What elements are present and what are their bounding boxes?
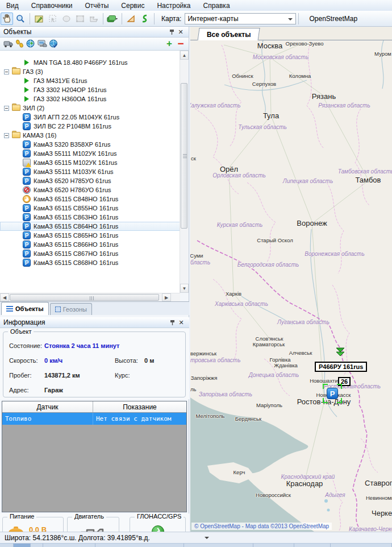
parking-marker[interactable]: P: [327, 388, 338, 399]
polygon-tool-icon[interactable]: [87, 13, 100, 25]
tree-item[interactable]: КамАЗ 65115 С867НО 161rus: [0, 249, 180, 258]
sensor-row[interactable]: Топливо Нет связи с датчиком: [2, 413, 186, 425]
city-label: Суми: [190, 252, 203, 259]
select-objects-icon[interactable]: [47, 13, 59, 25]
pin-icon[interactable]: [167, 28, 176, 36]
tree-item[interactable]: КамАЗ 65115 С866НО 161rus: [0, 240, 180, 249]
rectangle-tool-icon[interactable]: [74, 13, 86, 25]
region-label: Тамбовская область: [338, 168, 392, 175]
city-label: Харків: [226, 291, 241, 297]
globe-check-icon[interactable]: [48, 39, 59, 49]
sensor-column-header[interactable]: Датчик: [2, 401, 93, 412]
ruler-icon[interactable]: [125, 13, 137, 25]
p-icon: [23, 150, 31, 158]
layers-icon[interactable]: [106, 13, 119, 25]
city-label: Маріуполь: [256, 402, 282, 408]
map-tab-all-objects[interactable]: Все объекты: [197, 28, 260, 41]
city-label: Рязань: [312, 92, 336, 101]
play-icon: [23, 59, 31, 67]
tree-item-label: КамАЗ 65115 С864НО 161rus: [34, 223, 118, 230]
edit-map-icon[interactable]: [33, 13, 45, 25]
tree-item[interactable]: ЗИЛ (2): [0, 103, 180, 113]
map-source-select[interactable]: Интернет-карты: [185, 13, 296, 24]
tree-item[interactable]: КамАЗ 55111 М103УК 61rus: [0, 167, 180, 176]
tree-item[interactable]: КамАЗ 65115 М102УК 161rus: [0, 158, 180, 167]
scroll-down-icon[interactable]: ▼: [180, 284, 189, 293]
scroll-up-icon[interactable]: ▲: [180, 51, 189, 60]
tree-item-label: КамАЗ 65115 С863НО 161rus: [34, 214, 118, 221]
tree-item[interactable]: ЗИЛ АГП 22.05 М104УК 61rus: [0, 113, 180, 122]
tree-item[interactable]: ГАЗ М431УЕ 61rus: [0, 76, 180, 85]
collapse-icon[interactable]: [4, 69, 9, 74]
tree-item[interactable]: КамАЗ 6520 Н786УО 61rus: [0, 185, 180, 194]
tab-objects[interactable]: Объекты: [1, 302, 49, 315]
menu-item-Справка[interactable]: Справка: [197, 1, 236, 11]
tree-item[interactable]: КамАЗ 65115 С868НО 161rus: [0, 258, 180, 267]
remove-object-button[interactable]: −: [175, 39, 186, 49]
scroll-right-icon[interactable]: ▶: [162, 293, 171, 301]
add-object-button[interactable]: +: [164, 39, 175, 49]
collapse-icon[interactable]: [4, 106, 9, 111]
menu-item-Отчёты[interactable]: Отчёты: [78, 1, 115, 11]
scrollbar-thumb[interactable]: [10, 294, 159, 301]
p-icon: [23, 250, 31, 258]
tree-item[interactable]: КамАЗ 65115 С865НО 161rus: [0, 231, 180, 240]
vehicle-monitor-icon[interactable]: [36, 39, 48, 49]
region-label: Воронежская область: [305, 251, 364, 257]
state-label: Состояние:: [9, 342, 42, 349]
pin-icon[interactable]: [168, 318, 177, 326]
gps-label: ГЛОНАСС/GPS: [135, 513, 184, 520]
map-canvas[interactable]: МоскваОрехово-ЗуевоМуромМосковская облас…: [190, 40, 392, 532]
reading-column-header[interactable]: Показание: [93, 401, 186, 412]
tree-item[interactable]: КамАЗ 65115 С863НО 161rus: [0, 213, 180, 222]
menu-item-Вид[interactable]: Вид: [0, 1, 25, 11]
speed-value: 0 км/ч: [44, 357, 62, 364]
scrollbar-thumb[interactable]: [181, 83, 187, 229]
city-label: Запоріжжя: [191, 375, 218, 381]
tree-item[interactable]: ЗИЛ ВС 22 Р104ВМ 161rus: [0, 122, 180, 131]
tree-item[interactable]: КамАЗ 55111 М102УК 161rus: [0, 149, 180, 158]
tree-item[interactable]: КамАЗ 5320 В358ХР 61rus: [0, 140, 180, 149]
tree-item[interactable]: КАМАЗ (16): [0, 131, 180, 140]
zoom-icon[interactable]: [14, 13, 27, 25]
globe-add-icon[interactable]: [25, 39, 36, 49]
tree-item[interactable]: ГАЗ 3302 Н360ОА 161rus: [0, 94, 180, 103]
menu-item-Настройка[interactable]: Настройка: [151, 1, 197, 11]
route-icon[interactable]: [139, 13, 151, 25]
menu-item-Сервис[interactable]: Сервис: [115, 1, 151, 11]
chevron-down-icon[interactable]: [205, 537, 209, 539]
tree-item[interactable]: ГАЗ (3): [0, 67, 180, 76]
vehicle-marker-label[interactable]: Р466РУ 161rus: [315, 362, 367, 372]
tree-item-label: КамАЗ 65115 С865НО 161rus: [34, 232, 118, 239]
map-base-layer: [190, 40, 392, 532]
close-icon[interactable]: ✕: [176, 28, 185, 36]
tree-item[interactable]: КамАЗ 65115 С848НО 161rus: [0, 194, 180, 204]
tree-item-label: КамАЗ 65115 С868НО 161rus: [34, 259, 118, 266]
tree-horizontal-scrollbar[interactable]: ◀ ▶: [0, 293, 180, 301]
course-label: Курс:: [115, 372, 130, 379]
city-label: Тамбов: [356, 176, 381, 184]
collapse-icon[interactable]: [4, 133, 9, 138]
tree-vertical-scrollbar[interactable]: ▲ ▼: [180, 51, 188, 293]
tree-item[interactable]: КамАЗ 6520 Н785УО 61rus: [0, 176, 180, 185]
objects-panel: Объекты ✕ + − MAN TGA 18.480 Р466РУ 161r…: [0, 27, 189, 532]
vehicle-arrow-marker[interactable]: [336, 347, 345, 357]
tree-item[interactable]: КамАЗ 65115 С864НО 161rus: [0, 222, 180, 231]
tree-item[interactable]: MAN TGA 18.480 Р466РУ 161rus: [0, 58, 180, 67]
vehicle-icon[interactable]: [2, 39, 14, 49]
close-icon[interactable]: ✕: [177, 318, 186, 326]
tab-geozones[interactable]: Геозоны: [50, 303, 92, 315]
tree-item[interactable]: ГАЗ 3302 Н204ОР 161rus: [0, 85, 180, 94]
scroll-left-icon[interactable]: ◀: [0, 293, 9, 301]
pan-hand-icon[interactable]: [1, 13, 13, 25]
tracks-icon[interactable]: [14, 39, 25, 49]
tree-item[interactable]: КамАЗ 65115 С855НО 161rus: [0, 204, 180, 213]
objects-toolbar: + −: [0, 38, 189, 51]
list-icon: [6, 306, 13, 312]
ellipse-tool-icon[interactable]: [60, 13, 73, 25]
map-attribution: © OpenStreetMap - Map data ©2013 OpenStr…: [191, 523, 332, 530]
tree-item-label: КамАЗ 5320 В358ХР 61rus: [34, 141, 110, 148]
map-provider-value[interactable]: OpenStreetMap: [309, 15, 357, 23]
city-label: Серпухов: [252, 81, 276, 87]
menu-item-Справочники[interactable]: Справочники: [25, 1, 79, 11]
